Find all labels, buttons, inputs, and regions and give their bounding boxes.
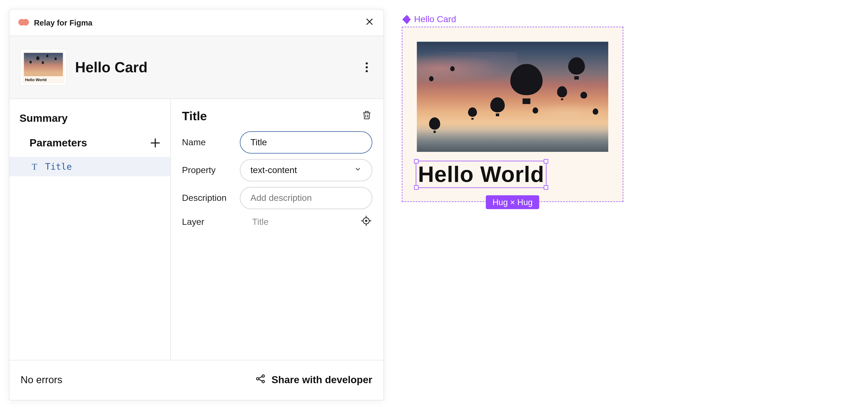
- svg-point-1: [366, 220, 367, 222]
- property-label: Property: [182, 165, 233, 175]
- description-label: Description: [182, 193, 233, 203]
- status-text: No errors: [21, 374, 62, 386]
- panel-footer: No errors Share with developer: [9, 360, 383, 400]
- thumbnail-caption: Hello World: [24, 78, 63, 82]
- card-title-text: Hello World: [417, 162, 546, 187]
- plugin-titlebar: Relay for Figma: [9, 9, 383, 36]
- component-thumbnail: Hello World: [21, 50, 66, 85]
- layer-value: Title: [240, 217, 353, 227]
- plugin-brand: Relay for Figma: [34, 18, 92, 27]
- figma-canvas: Hello Card Hello World: [402, 14, 623, 202]
- frame-label[interactable]: Hello Card: [402, 14, 623, 24]
- sidebar: Summary Parameters T Title: [9, 99, 171, 360]
- name-input[interactable]: [240, 131, 372, 153]
- property-select[interactable]: text-content: [240, 159, 372, 181]
- frame-label-text: Hello Card: [414, 14, 456, 24]
- hello-card-frame[interactable]: Hello World Hug × Hug: [402, 27, 623, 202]
- text-parameter-icon: T: [31, 162, 38, 171]
- share-icon: [255, 373, 266, 387]
- delete-icon[interactable]: [361, 109, 372, 124]
- relay-plugin-panel: Relay for Figma Hello World Hello Card S…: [9, 9, 384, 400]
- description-input[interactable]: [240, 187, 372, 209]
- hero-image: [417, 42, 608, 152]
- sidebar-item-title[interactable]: T Title: [9, 157, 170, 176]
- chevron-down-icon: [354, 165, 362, 175]
- add-parameter-icon[interactable]: [150, 138, 160, 148]
- component-name: Hello Card: [75, 59, 352, 76]
- component-icon: [403, 15, 410, 23]
- name-label: Name: [182, 137, 233, 147]
- sidebar-section-parameters[interactable]: Parameters: [20, 132, 97, 154]
- resize-mode-badge: Hug × Hug: [486, 195, 539, 209]
- relay-logo-icon: [18, 19, 29, 26]
- share-with-developer-button[interactable]: Share with developer: [255, 373, 372, 387]
- sidebar-item-label: Title: [45, 161, 72, 172]
- layer-label: Layer: [182, 217, 233, 227]
- locate-layer-icon[interactable]: [360, 215, 372, 229]
- close-icon[interactable]: [365, 17, 375, 29]
- more-menu-icon[interactable]: [361, 58, 372, 77]
- property-value: text-content: [250, 165, 297, 175]
- detail-heading: Title: [182, 109, 207, 124]
- share-label: Share with developer: [272, 374, 372, 386]
- title-text-node[interactable]: Hello World: [417, 162, 546, 187]
- component-header: Hello World Hello Card: [9, 36, 383, 99]
- sidebar-section-summary[interactable]: Summary: [9, 108, 170, 129]
- parameter-detail: Title Name Property text-content: [171, 99, 383, 360]
